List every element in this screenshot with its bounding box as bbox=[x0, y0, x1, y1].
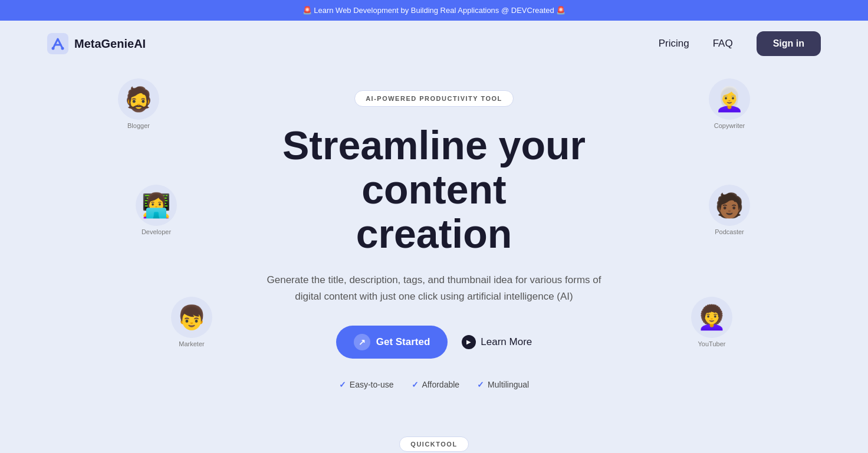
avatar-podcaster: 🧑🏾 Podcaster bbox=[709, 185, 750, 235]
announcement-bar: 🚨 Learn Web Development by Building Real… bbox=[0, 0, 868, 21]
avatar-developer: 👩‍💻 Developer bbox=[136, 185, 177, 235]
check-icon-2: ✓ bbox=[412, 380, 419, 389]
check-icon-1: ✓ bbox=[339, 380, 346, 389]
announcement-text: 🚨 Learn Web Development by Building Real… bbox=[303, 6, 566, 15]
feature-affordable: ✓ Affordable bbox=[412, 380, 460, 389]
logo-area: MetaGenieAI bbox=[47, 33, 146, 54]
avatar-blogger: 🧔 Blogger bbox=[118, 78, 159, 129]
logo-text: MetaGenieAI bbox=[74, 37, 146, 51]
svg-rect-0 bbox=[47, 33, 68, 54]
hero-title: Streamline your content creation bbox=[228, 123, 640, 255]
learn-more-button[interactable]: ▶ Learn More bbox=[462, 335, 532, 349]
play-icon: ▶ bbox=[462, 335, 476, 349]
svg-point-1 bbox=[52, 47, 55, 50]
arrow-icon: ↗ bbox=[354, 334, 370, 350]
feature-badges: ✓ Easy-to-use ✓ Affordable ✓ Multilingua… bbox=[12, 380, 856, 389]
faq-link[interactable]: FAQ bbox=[713, 38, 733, 50]
hero-subtitle: Generate the title, description, tags, a… bbox=[263, 272, 605, 304]
avatar-marketer: 👦 Marketer bbox=[171, 297, 212, 347]
quicktool-section: QUICKTOOL Generate Content... bbox=[0, 425, 868, 453]
ai-badge: AI-POWERED PRODUCTIVITY TOOL bbox=[354, 90, 514, 107]
check-icon-3: ✓ bbox=[477, 380, 484, 389]
pricing-link[interactable]: Pricing bbox=[659, 38, 689, 50]
hero-section: 🧔 Blogger 👩‍💻 Developer 👦 Marketer 👩‍🦳 C… bbox=[0, 67, 868, 425]
developer-label: Developer bbox=[142, 228, 171, 235]
nav-links: Pricing FAQ Sign in bbox=[659, 31, 821, 56]
feature-easy: ✓ Easy-to-use bbox=[339, 380, 394, 389]
get-started-button[interactable]: ↗ Get Started bbox=[336, 326, 448, 359]
copywriter-label: Copywriter bbox=[714, 122, 745, 129]
blogger-label: Blogger bbox=[127, 122, 150, 129]
quicktool-badge: QUICKTOOL bbox=[399, 436, 468, 452]
sign-in-button[interactable]: Sign in bbox=[757, 31, 821, 56]
feature-multilingual: ✓ Multilingual bbox=[477, 380, 529, 389]
marketer-label: Marketer bbox=[179, 340, 204, 347]
avatar-youtuber: 👩‍🦱 YouTuber bbox=[691, 297, 732, 347]
svg-point-2 bbox=[61, 47, 64, 50]
youtuber-label: YouTuber bbox=[698, 340, 726, 347]
navbar: MetaGenieAI Pricing FAQ Sign in bbox=[0, 21, 868, 67]
logo-icon bbox=[47, 33, 68, 54]
podcaster-label: Podcaster bbox=[715, 228, 744, 235]
avatar-copywriter: 👩‍🦳 Copywriter bbox=[709, 78, 750, 129]
